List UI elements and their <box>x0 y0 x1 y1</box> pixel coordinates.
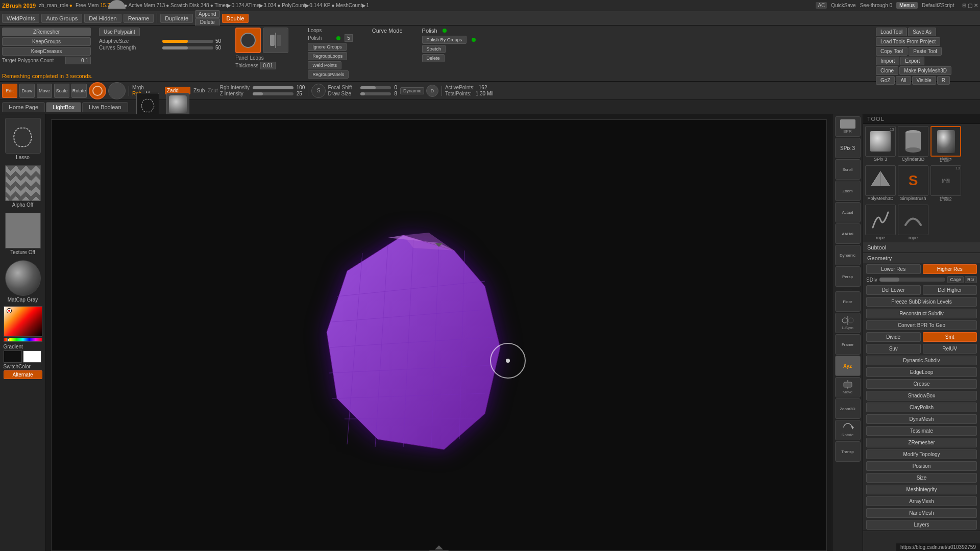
reluv-btn[interactable]: RelUV <box>923 344 977 354</box>
copy-tool-btn[interactable]: Copy Tool <box>876 47 908 56</box>
adaptive-size-val[interactable]: 50 <box>215 38 221 44</box>
draw-btn[interactable]: Draw <box>19 84 35 98</box>
scale-btn[interactable]: Scale <box>54 84 69 98</box>
hq2-thumb-1[interactable]: 护圈2 <box>930 126 961 163</box>
dynamic-side-btn[interactable]: Dynamic <box>835 245 861 265</box>
switch-color-label[interactable]: SwitchColor <box>4 364 42 369</box>
color-picker[interactable] <box>4 306 42 342</box>
move-side-btn[interactable]: Move <box>835 377 861 397</box>
zremesher-btn[interactable]: ZRemesher <box>2 28 91 36</box>
size-btn[interactable]: Size <box>866 473 977 483</box>
spix3-thumb[interactable]: 13 SPix 3 <box>865 126 896 163</box>
crease-btn[interactable]: Crease <box>866 379 977 389</box>
alternate-btn[interactable]: Alternate <box>4 370 42 379</box>
layers-btn[interactable]: Layers <box>866 520 977 530</box>
nanomesh-btn[interactable]: NanoMesh <box>866 508 977 518</box>
texture-off-tool[interactable]: Texture Off <box>3 211 43 257</box>
all-btn[interactable]: All <box>896 76 911 85</box>
auto-groups-btn[interactable]: Auto Groups <box>41 14 82 23</box>
xyz-btn[interactable]: Xyz <box>835 356 861 376</box>
lower-res-btn[interactable]: Lower Res <box>866 264 921 274</box>
clone-btn[interactable]: Clone <box>876 66 898 75</box>
persp-btn[interactable]: Persp <box>835 266 861 287</box>
make-polymesh3d-btn[interactable]: Make PolyMesh3D <box>899 66 951 75</box>
menus-btn[interactable]: Menus <box>896 2 918 9</box>
clay-polish-btn[interactable]: ClayPolish <box>866 403 977 412</box>
smt-btn[interactable]: Smt <box>923 332 977 342</box>
shadowbox-btn[interactable]: ShadowBox <box>866 391 977 400</box>
matcap-gray-tool[interactable]: MatCap Gray <box>3 259 43 304</box>
convert-bpr-btn[interactable]: Convert BPR To Geo <box>866 320 977 330</box>
color-gradient-picker[interactable] <box>4 306 42 337</box>
rcr-btn[interactable]: Rcr <box>965 276 977 283</box>
weld-points-loops-btn[interactable]: Weld Points <box>308 61 341 69</box>
keep-groups-btn[interactable]: KeepGroups <box>2 37 91 46</box>
zcut-label[interactable]: Zcut <box>208 88 217 93</box>
suv-btn[interactable]: Suv <box>866 344 921 354</box>
modify-topology-btn[interactable]: Modify Topology <box>866 449 977 459</box>
lasso-tool[interactable]: Lasso <box>3 116 43 162</box>
draw-size-val[interactable]: 8 <box>394 91 397 96</box>
rename-btn[interactable]: Rename <box>124 14 154 23</box>
swatch-white[interactable] <box>23 350 41 363</box>
del-lower-btn[interactable]: Del Lower <box>866 285 921 295</box>
canvas-area[interactable] <box>46 114 832 551</box>
lsym-btn[interactable]: L.Sym <box>835 313 861 333</box>
subtool-header[interactable]: Subtool <box>863 242 980 253</box>
canvas-viewport[interactable] <box>51 119 827 551</box>
mesh-integrity-btn[interactable]: MeshIntegrity <box>866 485 977 494</box>
stretch-btn[interactable]: Stretch <box>422 45 446 53</box>
tab-live-boolean[interactable]: Live Boolean <box>82 102 128 112</box>
use-polypaint-btn[interactable]: Use Polypaint <box>99 28 140 36</box>
brush-shape-half[interactable] <box>108 82 126 99</box>
regroup-panels-btn[interactable]: RegroupPanels <box>308 70 349 79</box>
polymesh3d-thumb[interactable]: PolyMesh3D <box>865 165 896 203</box>
brush-shape-circle[interactable] <box>89 82 106 99</box>
swatch-black[interactable] <box>4 350 22 363</box>
geometry-header[interactable]: Geometry <box>863 253 980 263</box>
rope1-thumb[interactable]: rope <box>865 205 896 240</box>
import-btn[interactable]: Import <box>876 57 899 65</box>
see-through-btn[interactable]: See-through 0 <box>860 3 892 8</box>
zsub-btn[interactable]: Zsub <box>193 88 205 93</box>
rotate-side-btn[interactable]: Rotate <box>835 420 861 440</box>
sdiv-slider[interactable] <box>879 278 946 282</box>
bpr-btn[interactable]: BPR <box>835 116 861 137</box>
hue-bar[interactable] <box>4 338 42 342</box>
dynamesh-btn[interactable]: DynaMesh <box>866 414 977 424</box>
del-hidden-btn[interactable]: Del Hidden <box>84 14 121 23</box>
dynamic-btn[interactable]: Dynamic <box>400 87 424 94</box>
simplebrush-thumb[interactable]: S SimpleBrush <box>898 165 928 203</box>
transp-btn[interactable]: Transp <box>835 441 861 462</box>
dynamic-subdiv-btn[interactable]: Dynamic Subdiv <box>866 356 977 365</box>
quick-save-btn[interactable]: QuickSave <box>831 3 855 8</box>
default-zscript-btn[interactable]: DefaultZScript <box>922 3 954 8</box>
edit-btn[interactable]: Edit <box>2 84 17 98</box>
symmetry-icon[interactable] <box>263 28 288 53</box>
scroll-btn[interactable]: Scroll <box>835 159 861 180</box>
move-btn[interactable]: Move <box>37 84 52 98</box>
polish-by-groups-btn[interactable]: Polish By Groups <box>422 36 467 44</box>
mrgb-label[interactable]: Mrgb <box>132 85 163 90</box>
cage-btn[interactable]: Cage <box>947 276 964 283</box>
append-btn[interactable]: Append <box>195 10 219 18</box>
reconstruct-subdiv-btn[interactable]: Reconstruct Subdiv <box>866 309 977 318</box>
ignore-groups-btn[interactable]: Ignore Groups <box>308 43 347 51</box>
r-btn[interactable]: R <box>937 76 950 85</box>
zremesher-panel-btn[interactable]: ZRemesher <box>866 438 977 447</box>
rotate-btn[interactable]: Rotate <box>71 84 87 98</box>
save-as-btn[interactable]: Save As <box>908 28 936 36</box>
s-button[interactable]: S <box>311 84 326 98</box>
thickness-val[interactable]: 0.01 <box>260 62 275 69</box>
array-mesh-btn[interactable]: ArrayMesh <box>866 496 977 506</box>
weld-points-btn[interactable]: WeldPoints <box>2 14 39 23</box>
position-btn[interactable]: Position <box>866 461 977 471</box>
cylinder3d-thumb[interactable]: Cylinder3D <box>898 126 928 163</box>
keep-creases-btn[interactable]: KeepCreases <box>2 47 91 56</box>
freeze-subdiv-btn[interactable]: Freeze SubDivision Levels <box>866 297 977 307</box>
paste-tool-btn[interactable]: Paste Tool <box>909 47 942 56</box>
tab-home-page[interactable]: Home Page <box>2 102 45 112</box>
z-intensity-val[interactable]: 25 <box>297 91 302 96</box>
frame-btn[interactable]: Frame <box>835 334 861 355</box>
ac-label[interactable]: AC <box>816 2 827 9</box>
